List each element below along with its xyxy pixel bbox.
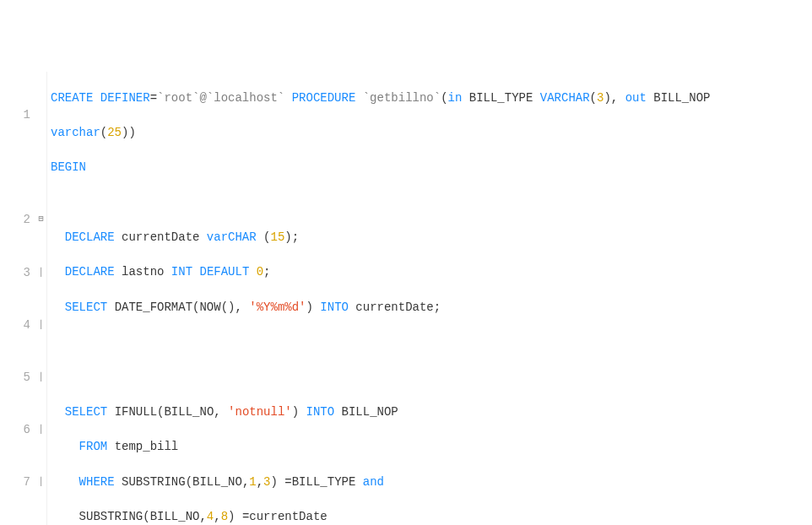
- fold-line: │: [35, 317, 46, 334]
- fold-collapse-icon[interactable]: ⊟: [35, 211, 46, 229]
- code-line[interactable]: CREATE DEFINER=`root`@`localhost` PROCED…: [51, 89, 710, 107]
- code-line[interactable]: SELECT DATE_FORMAT(NOW(), '%Y%m%d') INTO…: [51, 299, 710, 317]
- code-line[interactable]: [51, 194, 710, 212]
- code-line[interactable]: [51, 369, 710, 387]
- code-line[interactable]: DECLARE currentDate varCHAR (15);: [51, 229, 710, 246]
- code-line[interactable]: DECLARE lastno INT DEFAULT 0;: [51, 263, 710, 281]
- fold-line: │: [35, 474, 46, 491]
- line-number: [0, 159, 30, 176]
- line-number: 7: [0, 474, 30, 491]
- line-number: 5: [0, 369, 30, 387]
- code-line[interactable]: varchar(25)): [51, 124, 710, 142]
- code-content[interactable]: CREATE DEFINER=`root`@`localhost` PROCED…: [47, 72, 710, 525]
- code-line[interactable]: SELECT IFNULL(BILL_NO, 'notnull') INTO B…: [51, 403, 710, 421]
- line-number: 6: [0, 421, 30, 439]
- line-number: 1: [0, 106, 30, 124]
- line-number-gutter: 1 2 3 4 5 6 7 8 9 10 11 12 13 14 15 16 1…: [0, 72, 35, 525]
- fold-line: │: [35, 264, 46, 282]
- fold-blank: [35, 106, 46, 124]
- fold-line: │: [35, 369, 46, 387]
- code-line[interactable]: WHERE SUBSTRING(BILL_NO,1,3) =BILL_TYPE …: [51, 474, 710, 491]
- code-line[interactable]: FROM temp_bill: [51, 438, 710, 456]
- code-editor[interactable]: 1 2 3 4 5 6 7 8 9 10 11 12 13 14 15 16 1…: [0, 70, 812, 525]
- fold-line: │: [35, 421, 46, 439]
- fold-blank: [35, 159, 46, 176]
- fold-gutter: ⊟ │ │ │ │ │ │ │ │ │ │ │ │ │ ⊟ │ │ │ │ │ …: [35, 72, 47, 525]
- line-number: 4: [0, 317, 30, 334]
- line-number: 2: [0, 211, 30, 229]
- code-line[interactable]: [51, 333, 710, 351]
- code-line[interactable]: SUBSTRING(BILL_NO,4,8) =currentDate: [51, 508, 710, 525]
- code-line[interactable]: BEGIN: [51, 159, 710, 176]
- line-number: 3: [0, 264, 30, 282]
